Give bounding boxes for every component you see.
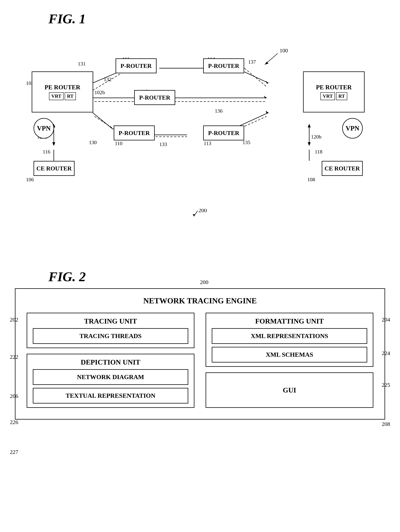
svg-text:130: 130 [89, 139, 97, 145]
depiction-unit-box: DEPICTION UNIT NETWORK DIAGRAM TEXTUAL R… [27, 354, 194, 408]
formatting-unit-box: FORMATTING UNIT XML REPRESENTATIONS XML … [206, 313, 373, 367]
svg-marker-19 [266, 81, 269, 84]
ref-224: 224 [382, 350, 390, 356]
network-tracing-engine-title: NETWORK TRACING ENGINE [27, 296, 373, 305]
ref-202: 202 [10, 317, 18, 323]
tracing-unit-box: TRACING UNIT TRACING THREADS [27, 313, 194, 348]
svg-line-54 [194, 211, 198, 216]
pe-router-left: PE ROUTER VRT RT [32, 71, 93, 113]
svg-text:136: 136 [215, 108, 223, 114]
xml-representations-box: XML REPRESENTATIONS [212, 328, 367, 344]
rt-chip-right: RT [336, 92, 347, 100]
svg-line-5 [93, 113, 113, 129]
svg-text:132: 132 [104, 76, 112, 82]
fig1-title: FIG. 1 [49, 11, 385, 27]
formatting-unit-title: FORMATTING UNIT [212, 317, 367, 325]
ce-router-right: CE ROUTER [322, 161, 363, 176]
p-router-112: P-ROUTER [134, 90, 175, 105]
ref-206: 206 [10, 393, 18, 399]
svg-text:113: 113 [204, 140, 211, 146]
p-router-113: P-ROUTER [203, 126, 244, 140]
fig2-title: FIG. 2 [49, 269, 385, 285]
fig2-left-column: 202 222 206 226 227 TRACING UNIT TRACING… [27, 313, 194, 408]
textual-representation-box: TEXTUAL REPRESENTATION [33, 388, 188, 404]
svg-text:131: 131 [78, 61, 86, 67]
svg-text:133: 133 [159, 141, 167, 147]
p-router-114: P-ROUTER [203, 58, 244, 73]
outer-box: NETWORK TRACING ENGINE 202 222 206 226 2… [15, 288, 385, 419]
svg-marker-23 [52, 142, 55, 146]
vpn-left: VPN [34, 118, 54, 139]
xml-schemas-box: XML SCHEMAS [212, 347, 367, 362]
ref-226: 226 [10, 419, 18, 425]
fig2-right-column: 204 224 225 208 FORMATTING UNIT XML REPR… [206, 313, 373, 408]
rt-chip-left: RT [65, 92, 76, 100]
ref-204: 204 [382, 317, 390, 323]
ref-208: 208 [382, 421, 390, 427]
fig1-diagram: 100 [15, 30, 385, 254]
p-router-110: P-ROUTER [114, 126, 155, 140]
pe-router-right: PE ROUTER VRT RT [303, 71, 365, 113]
pe-router-right-label: PE ROUTER [316, 84, 352, 91]
fig2-diagram: 200 NETWORK TRACING ENGINE 202 222 206 2… [15, 288, 385, 419]
svg-text:110: 110 [115, 140, 122, 146]
ce-router-left: CE ROUTER [34, 161, 75, 176]
svg-text:120b: 120b [311, 134, 322, 140]
svg-marker-27 [308, 142, 311, 146]
p-router-111: P-ROUTER [116, 58, 156, 73]
svg-text:200: 200 [199, 209, 207, 213]
pe-router-left-label: PE ROUTER [44, 84, 80, 91]
svg-text:118: 118 [315, 149, 322, 155]
ref-225: 225 [382, 382, 390, 388]
svg-marker-2 [265, 62, 269, 64]
gui-label: GUI [283, 386, 296, 394]
gui-box: GUI [206, 372, 373, 408]
svg-text:116: 116 [43, 149, 50, 155]
ref-200: 200 [200, 279, 208, 285]
svg-marker-21 [266, 111, 269, 114]
svg-marker-29 [308, 124, 311, 127]
svg-line-7 [244, 72, 269, 83]
svg-marker-20 [264, 96, 267, 99]
vpn-right: VPN [342, 118, 363, 139]
svg-line-0 [265, 53, 278, 64]
svg-text:106: 106 [26, 177, 34, 182]
tracing-unit-title: TRACING UNIT [33, 317, 188, 325]
svg-text:108: 108 [307, 177, 315, 182]
tracing-threads-box: TRACING THREADS [33, 328, 188, 344]
svg-text:137: 137 [248, 59, 256, 65]
ref-227: 227 [10, 449, 18, 455]
vrt-chip-left: VRT [49, 92, 63, 100]
svg-line-3 [93, 72, 119, 83]
network-diagram-box: NETWORK DIAGRAM [33, 369, 188, 385]
depiction-unit-title: DEPICTION UNIT [33, 358, 188, 366]
svg-line-13 [244, 68, 267, 87]
svg-text:102b: 102b [94, 89, 105, 95]
svg-text:100: 100 [280, 47, 288, 54]
ref-222: 222 [10, 354, 18, 360]
vrt-chip-right: VRT [320, 92, 335, 100]
